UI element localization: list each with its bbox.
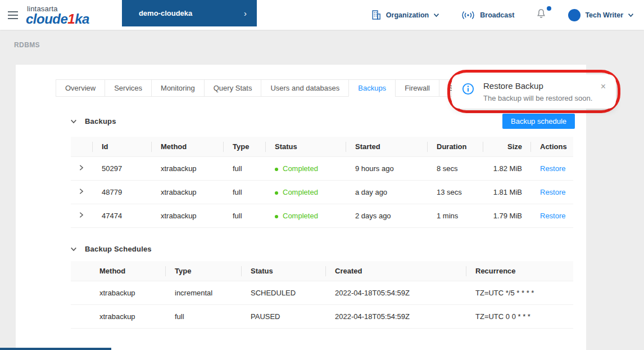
schedule-type: incremental [166, 281, 242, 305]
backup-schedule-button[interactable]: Backup schedule [502, 114, 575, 129]
info-icon [462, 83, 474, 97]
col-duration: Duration [428, 137, 483, 157]
chevron-down-icon [433, 13, 439, 17]
col-id: Id [93, 137, 152, 157]
horizontal-scrollbar[interactable] [0, 348, 111, 350]
organization-menu[interactable]: Organization [371, 10, 439, 20]
row-expand-icon[interactable] [79, 164, 84, 171]
project-selector-button[interactable]: demo-cloudeka › [122, 0, 257, 26]
backup-duration: 13 secs [428, 181, 483, 204]
backup-id: 47474 [93, 204, 152, 228]
backup-type: full [224, 181, 266, 204]
status-badge: Completed [266, 157, 346, 181]
col-created: Created [326, 261, 466, 281]
collapse-icon[interactable] [70, 119, 77, 124]
tab-monitoring[interactable]: Monitoring [151, 79, 205, 97]
backup-type: full [224, 157, 266, 181]
notification-dot [547, 6, 551, 11]
broadcast-icon [461, 11, 475, 20]
restore-backup-toast: Restore Backup The backup will be restor… [452, 74, 616, 109]
col-status: Status [242, 261, 326, 281]
collapse-icon[interactable] [70, 246, 77, 252]
schedule-method: xtrabackup [71, 305, 166, 329]
backup-method: xtrabackup [152, 157, 224, 181]
close-icon[interactable]: × [598, 81, 608, 92]
broadcast-label: Broadcast [480, 11, 514, 19]
schedule-created: 2022-04-18T05:54:59Z [326, 281, 466, 305]
backup-row: 47474 xtrabackup full Completed 2 days a… [71, 204, 573, 228]
chevron-right-icon: › [244, 8, 247, 18]
backup-type: full [224, 204, 266, 228]
col-size: Size [483, 137, 531, 157]
tab-users-and-databases[interactable]: Users and databases [261, 79, 349, 97]
toast-message: The backup will be restored soon. [483, 94, 592, 102]
row-expand-icon[interactable] [79, 188, 84, 195]
col-type: Type [224, 137, 266, 157]
header-actions: Organization Broadcast [371, 8, 644, 22]
col-started: Started [346, 137, 428, 157]
backup-duration: 8 secs [428, 157, 483, 181]
schedule-row: xtrabackup full PAUSED 2022-04-18T05:54:… [71, 305, 573, 329]
toast-texts: Restore Backup The backup will be restor… [483, 81, 592, 102]
schedules-section-header: Backup Schedules [70, 245, 575, 253]
backup-method: xtrabackup [152, 181, 224, 204]
backups-table: Id Method Type Status Started Duration S… [71, 137, 573, 228]
tab-backups[interactable]: Backups [348, 79, 396, 97]
backup-started: 9 hours ago [346, 157, 428, 181]
schedules-table-header-row: Method Type Status Created Recurrence [71, 261, 573, 281]
user-menu[interactable]: Tech Writer [568, 9, 634, 21]
status-dot [275, 168, 278, 171]
restore-link[interactable]: Restore [540, 188, 566, 196]
backup-row: 48779 xtrabackup full Completed a day ag… [71, 181, 573, 204]
building-icon [371, 10, 382, 20]
project-name: demo-cloudeka [139, 9, 192, 17]
backup-size: 1.81 MiB [483, 181, 531, 204]
backups-section-title: Backups [85, 117, 116, 125]
status-badge: Completed [266, 204, 346, 228]
col-type: Type [166, 261, 242, 281]
backups-table-header-row: Id Method Type Status Started Duration S… [71, 137, 573, 157]
col-actions: Actions [531, 137, 573, 157]
backup-size: 1.79 MiB [483, 204, 531, 228]
col-method: Method [152, 137, 224, 157]
schedule-type: full [166, 305, 242, 329]
organization-label: Organization [386, 11, 429, 19]
restore-link[interactable]: Restore [540, 212, 566, 220]
restore-link[interactable]: Restore [540, 164, 566, 173]
col-method: Method [71, 261, 166, 281]
col-recurrence: Recurrence [466, 261, 573, 281]
backup-id: 50297 [93, 157, 152, 181]
schedule-created: 2022-04-18T05:54:59Z [326, 305, 466, 329]
schedule-row: xtrabackup incremental SCHEDULED 2022-04… [71, 281, 573, 305]
schedule-recurrence: TZ=UTC 0 0 * * * [466, 305, 573, 329]
annotation-highlight: Restore Backup The backup will be restor… [447, 70, 620, 113]
status-dot [275, 215, 278, 218]
backup-started: a day ago [346, 181, 428, 204]
bell-icon [536, 12, 547, 21]
backup-method: xtrabackup [152, 204, 224, 228]
backup-id: 48779 [93, 181, 152, 204]
backup-size: 1.82 MiB [483, 157, 531, 181]
schedules-section-title: Backup Schedules [85, 245, 152, 253]
backups-section-header: Backups Backup schedule [70, 114, 575, 129]
tab-overview[interactable]: Overview [56, 79, 105, 97]
user-name: Tech Writer [585, 11, 623, 19]
backup-duration: 1 mins [428, 204, 483, 228]
notifications-button[interactable] [536, 8, 547, 22]
tab-query-stats[interactable]: Query Stats [204, 79, 262, 97]
schedule-status: PAUSED [242, 305, 326, 329]
backup-row: 50297 xtrabackup full Completed 9 hours … [71, 157, 573, 181]
avatar [568, 9, 580, 21]
col-expand [71, 137, 93, 157]
cloudeka-logo[interactable]: lintasarta cloude1ka [26, 4, 89, 26]
toast-title: Restore Backup [483, 81, 592, 91]
chevron-down-icon [628, 13, 634, 17]
tab-services[interactable]: Services [105, 79, 152, 97]
menu-icon[interactable] [8, 9, 20, 21]
status-dot [275, 191, 278, 195]
tab-firewall[interactable]: Firewall [395, 79, 439, 97]
status-badge: Completed [266, 181, 346, 204]
broadcast-menu[interactable]: Broadcast [461, 11, 514, 20]
row-expand-icon[interactable] [79, 212, 84, 218]
schedule-method: xtrabackup [71, 281, 166, 305]
